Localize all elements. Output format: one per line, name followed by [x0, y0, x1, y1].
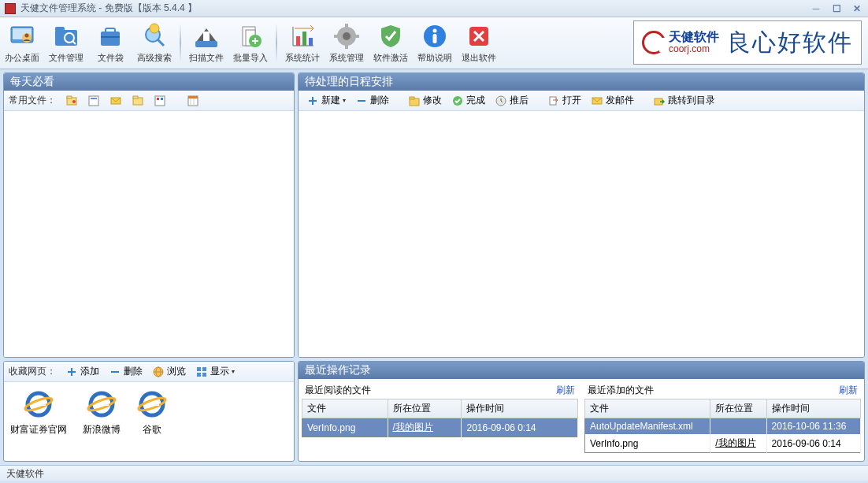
banner[interactable]: 天健软件coorj.com良心好软件 — [633, 20, 862, 65]
fav-plus-button[interactable]: 添加 — [62, 363, 102, 380]
fav-minus-button[interactable]: 删除 — [106, 363, 146, 380]
svg-rect-69 — [550, 97, 556, 105]
file-type-icon-2[interactable] — [84, 93, 103, 109]
location-cell — [710, 418, 766, 435]
must-see-body — [4, 111, 294, 357]
svg-rect-53 — [202, 367, 206, 371]
svg-point-13 — [150, 24, 159, 33]
location-cell: /我的图片 — [710, 434, 766, 453]
favorite-link[interactable]: 新浪微博 — [83, 388, 121, 437]
banner-slogan: 良心好软件 — [727, 27, 853, 59]
toolbar-desktop[interactable]: 办公桌面 — [0, 17, 44, 69]
toolbar-label: 软件激活 — [373, 52, 408, 64]
schedule-check-button[interactable]: 完成 — [448, 92, 488, 109]
svg-rect-27 — [345, 44, 348, 49]
toolbar-info[interactable]: 帮助说明 — [413, 17, 457, 69]
fav-globe-button[interactable]: 浏览 — [149, 363, 189, 380]
recent-added-refresh[interactable]: 刷新 — [839, 384, 858, 397]
clock-icon — [495, 95, 507, 107]
info-icon — [421, 22, 449, 50]
close-button[interactable]: ✕ — [851, 3, 863, 14]
file-type-icon-1[interactable] — [62, 93, 81, 109]
toolbar-label: 系统管理 — [329, 52, 364, 64]
table-header[interactable]: 所在位置 — [710, 399, 766, 418]
table-header[interactable]: 文件 — [585, 399, 710, 418]
svg-rect-42 — [155, 96, 165, 106]
toolbar-scanner[interactable]: 扫描文件 — [184, 17, 228, 69]
statusbar: 天健软件 — [0, 465, 868, 481]
minus-icon — [109, 366, 121, 378]
svg-rect-46 — [188, 96, 198, 98]
svg-rect-58 — [35, 403, 46, 406]
favorite-label: 财富证券官网 — [10, 423, 67, 437]
fav-grid-button[interactable]: 显示 ▾ — [192, 363, 238, 380]
toolbar-search[interactable]: 高级搜索 — [132, 17, 176, 69]
scanner-icon — [192, 22, 221, 50]
schedule-goto-button[interactable]: 跳转到目录 — [650, 92, 718, 109]
schedule-plus-button[interactable]: 新建 ▾ — [303, 92, 349, 109]
toolbar-chart[interactable]: 系统统计 — [280, 17, 325, 69]
svg-rect-55 — [202, 373, 206, 377]
svg-rect-22 — [302, 32, 306, 46]
toolbar-label: 退出软件 — [462, 52, 496, 64]
favorite-link[interactable]: 谷歌 — [136, 388, 168, 437]
common-files-label: 常用文件： — [9, 94, 56, 107]
favorite-link[interactable]: 财富证券官网 — [10, 388, 67, 437]
schedule-open-button[interactable]: 打开 — [544, 92, 584, 109]
toolbar-folder-search[interactable]: 文件管理 — [44, 17, 88, 69]
svg-point-3 — [25, 34, 29, 38]
toolbar-gear[interactable]: 系统管理 — [325, 17, 369, 69]
schedule-minus-button[interactable]: 删除 — [352, 92, 392, 109]
app-icon — [5, 3, 16, 14]
exit-icon — [465, 22, 493, 50]
recent-header: 最近操作记录 — [299, 362, 864, 379]
file-type-icon-4[interactable] — [128, 93, 147, 109]
table-header[interactable]: 文件 — [302, 399, 388, 418]
svg-point-25 — [343, 32, 351, 40]
table-header[interactable]: 所在位置 — [388, 399, 462, 418]
import-icon — [236, 22, 265, 50]
goto-icon — [653, 95, 666, 107]
recent-added-title: 最近添加的文件 — [588, 384, 654, 397]
recent-read-table: 文件所在位置操作时间VerInfo.png/我的图片2016-09-06 0:1… — [302, 399, 578, 437]
folder-search-icon — [52, 22, 80, 50]
toolbar-label: 高级搜索 — [137, 52, 172, 64]
minus-icon — [355, 95, 368, 107]
schedule-header: 待处理的日程安排 — [299, 73, 864, 91]
toolbar-shield[interactable]: 软件激活 — [369, 17, 413, 69]
schedule-clock-button[interactable]: 推后 — [491, 92, 532, 109]
toolbar-import[interactable]: 批量导入 — [228, 17, 273, 69]
main-toolbar: 办公桌面文件管理文件袋高级搜索扫描文件批量导入系统统计系统管理软件激活帮助说明退… — [0, 17, 868, 69]
ie-icon — [136, 388, 168, 420]
svg-rect-38 — [91, 98, 97, 99]
toolbar-exit[interactable]: 退出软件 — [457, 17, 501, 69]
toolbar-briefcase[interactable]: 文件袋 — [88, 17, 132, 69]
schedule-toolbar: 新建 ▾删除修改完成推后打开发邮件跳转到目录 — [299, 91, 864, 111]
shield-icon — [377, 22, 405, 50]
table-row[interactable]: VerInfo.png/我的图片2016-09-06 0:14 — [302, 418, 578, 437]
recent-read-title: 最近阅读的文件 — [305, 384, 371, 397]
schedule-mail-button[interactable]: 发邮件 — [588, 92, 637, 109]
plus-icon — [65, 366, 78, 378]
table-header[interactable]: 操作时间 — [766, 399, 860, 418]
minimize-button[interactable]: ─ — [810, 3, 822, 14]
file-type-icon-3[interactable] — [106, 93, 125, 109]
svg-rect-61 — [98, 403, 109, 406]
table-row[interactable]: VerInfo.png/我的图片2016-09-06 0:14 — [585, 434, 861, 453]
recent-added-table: 文件所在位置操作时间AutoUpdateManifest.xml2016-10-… — [584, 399, 861, 453]
svg-line-12 — [158, 39, 164, 46]
recent-read-refresh[interactable]: 刷新 — [556, 384, 575, 397]
maximize-button[interactable]: ☐ — [830, 3, 843, 14]
table-header[interactable]: 操作时间 — [462, 399, 578, 418]
file-type-icon-6[interactable] — [184, 93, 202, 109]
svg-rect-9 — [106, 28, 115, 33]
favorites-label: 收藏网页： — [9, 365, 56, 378]
table-row[interactable]: AutoUpdateManifest.xml2016-10-06 11:36 — [585, 418, 861, 435]
svg-rect-52 — [197, 367, 201, 371]
must-see-header: 每天必看 — [4, 73, 294, 91]
file-type-icon-5[interactable] — [150, 93, 169, 109]
plus-icon — [306, 95, 319, 107]
schedule-folder-button[interactable]: 修改 — [405, 92, 445, 109]
svg-rect-10 — [101, 36, 120, 38]
svg-rect-23 — [309, 38, 313, 46]
